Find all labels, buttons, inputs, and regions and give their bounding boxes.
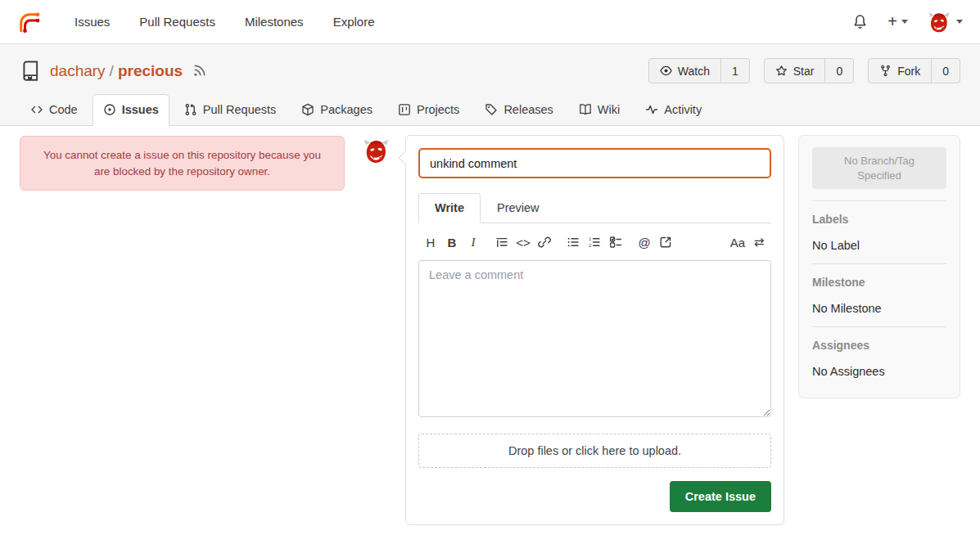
tab-label: Packages: [320, 103, 373, 116]
task-list-button[interactable]: [605, 232, 626, 252]
form-actions: Create Issue: [418, 481, 771, 512]
repo-owner-link[interactable]: dachary: [50, 62, 106, 79]
code-icon: [30, 103, 43, 116]
navbar-right: +: [852, 11, 963, 34]
watch-button[interactable]: Watch 1: [648, 58, 750, 83]
blocked-error-message: You cannot create a issue on this reposi…: [20, 136, 345, 191]
repo-tab-bar: Code Issues Pull Requests Packages Proje…: [20, 94, 960, 125]
milestone-heading[interactable]: Milestone: [812, 276, 946, 289]
nav-item-issues[interactable]: Issues: [75, 15, 110, 29]
fork-button[interactable]: Fork 0: [868, 58, 960, 83]
tab-label: Code: [49, 103, 78, 116]
switch-editor-button[interactable]: ⇄: [748, 232, 770, 252]
divider: [812, 263, 946, 264]
star-count[interactable]: 0: [824, 59, 853, 83]
repo-title-row: dachary/precious Watch 1: [20, 58, 960, 83]
create-new-dropdown[interactable]: +: [887, 12, 908, 31]
mention-button[interactable]: @: [634, 232, 655, 252]
tab-wiki[interactable]: Wiki: [568, 94, 630, 126]
code-button[interactable]: <>: [513, 232, 534, 252]
tab-packages[interactable]: Packages: [291, 94, 383, 126]
navbar-links: Issues Pull Requests Milestones Explore: [75, 15, 374, 29]
forgejo-logo[interactable]: [17, 10, 42, 34]
link-button[interactable]: [534, 232, 555, 252]
issue-opened-icon: [103, 103, 116, 116]
nav-item-pull-requests[interactable]: Pull Requests: [139, 15, 215, 29]
watch-count[interactable]: 1: [720, 59, 749, 83]
tab-releases[interactable]: Releases: [474, 94, 563, 126]
labels-heading[interactable]: Labels: [812, 213, 946, 226]
bold-button[interactable]: B: [441, 232, 463, 252]
book-icon: [579, 103, 592, 116]
tab-label: Projects: [417, 103, 459, 116]
tab-preview[interactable]: Preview: [481, 193, 556, 223]
divider: [812, 326, 946, 327]
comment-textarea[interactable]: [418, 260, 771, 417]
milestone-value: No Milestone: [812, 302, 946, 315]
heading-button[interactable]: H: [420, 232, 441, 252]
repository-icon: [20, 60, 42, 82]
assignees-heading[interactable]: Assignees: [812, 339, 946, 352]
link-icon: [538, 236, 551, 249]
nav-item-milestones[interactable]: Milestones: [245, 15, 304, 29]
unordered-list-button[interactable]: [562, 232, 584, 252]
tab-activity[interactable]: Activity: [635, 94, 712, 126]
tab-projects[interactable]: Projects: [387, 94, 470, 126]
tab-pull-requests[interactable]: Pull Requests: [174, 94, 287, 126]
tab-label: Pull Requests: [203, 103, 276, 116]
tab-code[interactable]: Code: [20, 94, 88, 126]
assignees-value: No Assignees: [812, 365, 946, 378]
author-avatar: [363, 137, 390, 164]
repo-breadcrumb: dachary/precious: [50, 62, 183, 80]
error-text: You cannot create a issue on this reposi…: [42, 147, 323, 179]
reference-button[interactable]: [655, 232, 676, 252]
branch-tag-button: No Branch/Tag Specified: [812, 147, 946, 189]
chevron-down-icon: [956, 20, 963, 24]
watch-label: Watch: [678, 65, 710, 78]
tag-icon: [485, 103, 498, 116]
labels-value: No Label: [812, 239, 946, 252]
rss-feed-icon[interactable]: [192, 64, 206, 78]
editor-tab-bar: Write Preview: [418, 193, 771, 223]
font-size-button[interactable]: Aa: [727, 232, 748, 252]
eye-icon: [660, 65, 672, 77]
markdown-toolbar: H B I <> 12: [418, 223, 771, 260]
list-unordered-icon: [567, 236, 580, 249]
user-menu-dropdown[interactable]: [928, 11, 963, 34]
chevron-down-icon: [901, 20, 908, 24]
list-ordered-icon: 12: [588, 236, 601, 249]
italic-button[interactable]: I: [463, 232, 484, 252]
star-label: Star: [793, 65, 815, 78]
quote-icon: [495, 236, 508, 249]
git-pull-request-icon: [184, 103, 197, 116]
tab-write[interactable]: Write: [418, 193, 481, 223]
comment-card-arrow: [399, 151, 413, 165]
divider: [812, 200, 946, 201]
ordered-list-button[interactable]: 12: [584, 232, 605, 252]
pulse-icon: [645, 103, 658, 116]
cross-reference-icon: [659, 236, 672, 249]
fork-count[interactable]: 0: [931, 59, 960, 83]
package-icon: [301, 103, 314, 116]
fork-label: Fork: [897, 65, 920, 78]
top-navbar: Issues Pull Requests Milestones Explore …: [0, 0, 980, 44]
quote-button[interactable]: [491, 232, 513, 252]
repo-name-link[interactable]: precious: [118, 62, 183, 79]
issue-title-input[interactable]: [418, 148, 771, 178]
fork-icon: [879, 65, 892, 77]
star-icon: [775, 65, 788, 77]
create-issue-button[interactable]: Create Issue: [670, 481, 771, 512]
issue-sidebar: No Branch/Tag Specified Labels No Label …: [798, 135, 960, 398]
tab-issues[interactable]: Issues: [93, 94, 169, 126]
notifications-bell-icon[interactable]: [852, 14, 868, 29]
tab-label: Activity: [664, 103, 702, 116]
project-board-icon: [398, 103, 411, 116]
file-dropzone[interactable]: Drop files or click here to upload.: [418, 434, 771, 468]
new-issue-form-card: Write Preview H B I <>: [405, 135, 784, 525]
dropzone-text: Drop files or click here to upload.: [508, 444, 681, 457]
star-button[interactable]: Star 0: [764, 58, 854, 83]
nav-item-explore[interactable]: Explore: [333, 15, 375, 29]
tasklist-icon: [609, 236, 622, 249]
tab-label: Wiki: [598, 103, 620, 116]
tab-label: Releases: [504, 103, 553, 116]
